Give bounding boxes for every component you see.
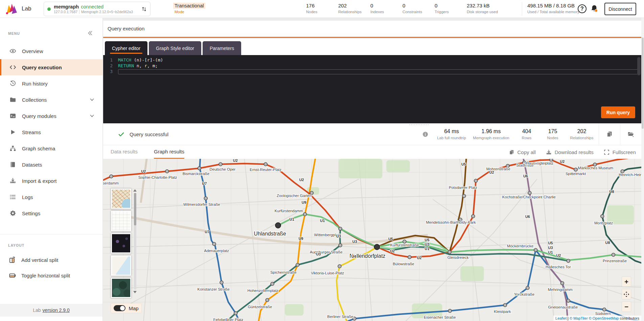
station-label: Gneisenaustraße <box>548 305 578 309</box>
station-node[interactable] <box>264 163 267 166</box>
zoom-out-button[interactable]: − <box>622 302 631 312</box>
sidebar-item-import-export[interactable]: Import & export <box>0 173 102 189</box>
sidebar-item-streams[interactable]: Streams <box>0 124 102 140</box>
station-node[interactable] <box>503 303 507 307</box>
tab-graph-results[interactable]: Graph results <box>154 145 184 159</box>
history-icon <box>9 80 16 87</box>
station-node[interactable] <box>339 227 342 230</box>
run-query-button[interactable]: Run query <box>601 106 635 118</box>
map-layer-satellite[interactable] <box>111 278 131 298</box>
station-node[interactable] <box>339 244 342 247</box>
connection-card[interactable]: memgraph connected 127.0.0.1:7687 Memgra… <box>44 2 151 16</box>
stat-label: Disk storage used <box>467 10 518 14</box>
sidebar-item-label: Datasets <box>22 162 42 168</box>
tab-graph-style-editor[interactable]: Graph Style editor <box>149 41 201 55</box>
station-node[interactable] <box>534 248 537 252</box>
layout-item-add-vertical-split[interactable]: Add vertical split <box>0 252 102 268</box>
sidebar-item-logs[interactable]: Logs <box>0 189 102 205</box>
version-prefix: Lab <box>33 307 41 313</box>
station-node[interactable] <box>212 242 216 246</box>
layer-scroll-thumb[interactable] <box>134 193 136 225</box>
station-node[interactable] <box>408 255 411 259</box>
station-node[interactable] <box>271 282 274 286</box>
station-node[interactable] <box>528 191 531 195</box>
disconnect-button[interactable]: Disconnect <box>604 3 636 15</box>
sidebar-item-graph-schema[interactable]: Graph schema <box>0 140 102 156</box>
copy-all-button[interactable]: Copy all <box>509 149 536 155</box>
station-node[interactable] <box>567 259 570 263</box>
station-node[interactable] <box>296 263 299 267</box>
station-node[interactable] <box>266 298 269 302</box>
sidebar-item-datasets[interactable]: Datasets <box>0 156 102 173</box>
sidebar-item-query-modules[interactable]: Query modules <box>0 108 102 124</box>
station-node[interactable] <box>462 194 466 198</box>
swap-vertical-icon[interactable] <box>141 6 147 12</box>
results-actions: Copy allDownload resultsFullscreen <box>509 145 636 159</box>
collapse-sidebar-icon[interactable] <box>87 30 93 36</box>
map-toggle-switch[interactable] <box>114 305 125 311</box>
selected-graph-node[interactable] <box>374 244 380 250</box>
graph-results-map[interactable]: KaiserdammSophie-Charlotte-PlatzBismarck… <box>103 159 641 321</box>
tab-cypher-editor[interactable]: Cypher editor <box>105 41 147 55</box>
station-node[interactable] <box>303 213 307 216</box>
map-layer-light[interactable] <box>111 211 131 231</box>
code-area[interactable]: 1MATCH (n)-[r]-(m)2RETURN n, r, m;3 <box>103 57 641 75</box>
page-scrollbar-thumb[interactable] <box>642 38 644 129</box>
help-icon[interactable]: ? <box>578 4 586 13</box>
scroll-down-icon[interactable] <box>133 291 137 293</box>
mode-block[interactable]: Transactional Mode <box>173 3 205 14</box>
sidebar-item-run-history[interactable]: Run history <box>0 75 102 92</box>
station-node[interactable] <box>165 170 169 173</box>
app-logo[interactable]: Lab <box>5 3 31 15</box>
sidebar-item-query-execution[interactable]: Query execution <box>0 59 102 75</box>
header-stat: 0Triggers <box>435 3 467 14</box>
station-node[interactable] <box>219 163 222 166</box>
station-node[interactable] <box>220 281 223 284</box>
station-node[interactable] <box>198 167 201 170</box>
station-node[interactable] <box>110 175 113 178</box>
fullscreen-button[interactable]: Fullscreen <box>604 149 636 155</box>
station-node[interactable] <box>603 308 606 311</box>
line-label-u2: U2 <box>390 249 395 253</box>
osm-link[interactable]: © OpenStreetMap <box>589 316 619 320</box>
station-node[interactable] <box>338 265 341 268</box>
copy-query-result-button[interactable] <box>599 123 620 145</box>
station-node[interactable] <box>567 299 570 302</box>
maptiler-link[interactable]: © MapTiler <box>570 316 588 320</box>
leaflet-link[interactable]: Leaflet <box>555 316 567 320</box>
tab-data-results[interactable]: Data results <box>111 145 138 159</box>
cypher-editor[interactable]: 1MATCH (n)-[r]-(m)2RETURN n, r, m;3 Run … <box>103 55 641 123</box>
map-layer-streets[interactable] <box>111 189 131 209</box>
tab-parameters[interactable]: Parameters <box>203 41 241 55</box>
selected-graph-node[interactable] <box>275 223 281 228</box>
station-node[interactable] <box>448 309 452 313</box>
notifications-icon[interactable] <box>590 4 599 14</box>
station-node[interactable] <box>612 253 615 256</box>
station-node[interactable] <box>472 215 475 218</box>
station-node[interactable] <box>574 168 577 171</box>
recenter-button[interactable] <box>622 289 631 299</box>
station-node[interactable] <box>474 179 478 182</box>
scroll-up-icon[interactable] <box>133 189 137 192</box>
map-layer-terrain[interactable] <box>111 255 131 276</box>
save-to-collection-button[interactable] <box>620 123 641 145</box>
layout-item-toggle-horizontal-split[interactable]: Toggle horizontal split <box>0 268 102 283</box>
zoom-in-button[interactable]: + <box>622 277 631 287</box>
map-toggle[interactable]: Map <box>111 303 141 313</box>
sidebar-item-settings[interactable]: Settings <box>0 205 102 221</box>
map-layer-dark[interactable] <box>111 233 131 253</box>
station-node[interactable] <box>526 286 529 290</box>
station-node[interactable] <box>601 215 604 218</box>
station-node[interactable] <box>560 281 564 285</box>
station-node[interactable] <box>204 197 207 200</box>
station-node[interactable] <box>448 250 451 254</box>
version-link[interactable]: version 2.9.0 <box>43 307 70 313</box>
station-node[interactable] <box>234 312 237 315</box>
connection-address: 127.0.0.1:7687 <box>54 10 77 14</box>
page-scrollbar[interactable] <box>641 18 644 321</box>
map-canvas[interactable]: KaiserdammSophie-Charlotte-PlatzBismarck… <box>103 159 641 321</box>
sidebar-item-collections[interactable]: Collections <box>0 92 102 108</box>
download-results-button[interactable]: Download results <box>546 149 594 155</box>
sidebar-item-overview[interactable]: Overview <box>0 43 102 59</box>
editor-scrollbar[interactable] <box>637 57 641 75</box>
